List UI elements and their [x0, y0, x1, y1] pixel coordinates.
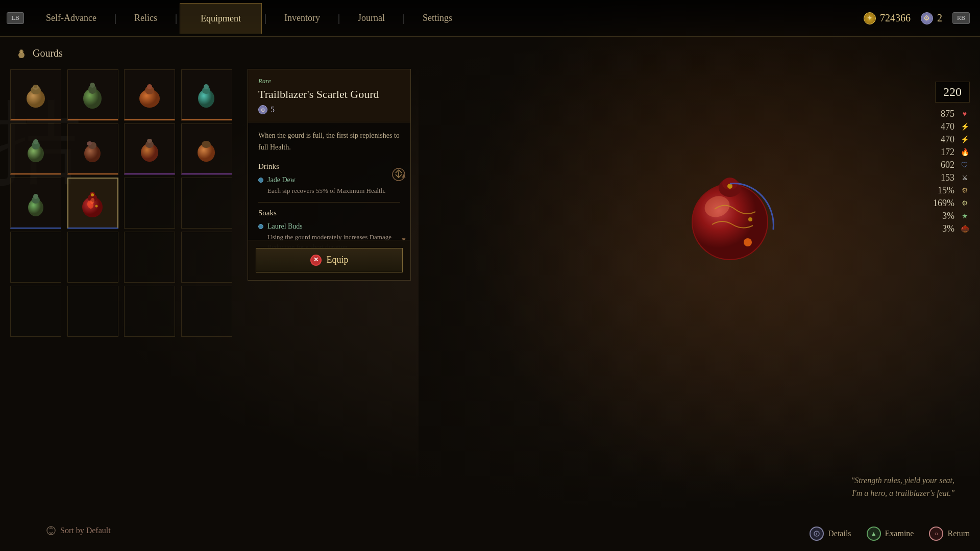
item-slot-16[interactable]: [181, 232, 232, 283]
rarity-label: Rare: [258, 77, 400, 85]
stat-8-value: 169%: [924, 198, 954, 209]
svg-point-6: [748, 217, 752, 221]
stat-5-value: 602: [924, 160, 954, 170]
item-slot-20[interactable]: [181, 286, 232, 337]
currency-gold: ✦ 724366: [864, 12, 911, 24]
top-navigation: LB Self-Advance | Relics | Equipment | I…: [0, 0, 980, 37]
item-slot-13[interactable]: [10, 232, 61, 283]
rb-badge[interactable]: RB: [952, 12, 970, 24]
soaks-section-title: Soaks: [258, 209, 400, 217]
drinks-section-title: Drinks: [258, 162, 400, 171]
item-slot-11[interactable]: [124, 178, 175, 229]
stat-7-value: 15%: [924, 185, 954, 196]
item-slot-7[interactable]: [124, 123, 175, 174]
svg-point-42: [95, 205, 98, 207]
item-slot-17[interactable]: [10, 286, 61, 337]
lb-badge[interactable]: LB: [7, 12, 23, 24]
nav-settings[interactable]: Settings: [407, 3, 468, 34]
stat-3-value: 470: [924, 134, 954, 145]
item-slot-6[interactable]: [67, 123, 118, 174]
item-slot-14[interactable]: [67, 232, 118, 283]
equip-label: Equip: [327, 255, 349, 265]
stat-6-value: 153: [924, 172, 954, 183]
svg-rect-10: [20, 49, 22, 52]
divider-1: [258, 202, 400, 203]
nav-items: Self-Advance | Relics | Equipment | Inve…: [31, 3, 864, 34]
sort-button[interactable]: Sort by Default: [46, 525, 111, 536]
nav-sep-2: |: [173, 12, 180, 24]
item-grid: [10, 69, 235, 337]
quote-container: "Strength rules, yield your seat, I'm a …: [851, 474, 954, 500]
item-slot-3[interactable]: [124, 69, 175, 120]
item-slot-8[interactable]: [181, 123, 232, 174]
scroll-up[interactable]: ▲: [400, 171, 408, 180]
percent-icon-2: ⚙: [960, 198, 970, 209]
svg-point-20: [147, 84, 152, 89]
return-label: Return: [947, 529, 970, 538]
silver-value: 2: [937, 12, 942, 24]
character-area: [419, 0, 980, 551]
health-container: 220: [935, 82, 970, 103]
shield-icon: 🛡: [960, 160, 970, 170]
return-button[interactable]: ○ Return: [929, 527, 970, 541]
bottom-buttons: Details ▲ Examine ○ Return: [810, 527, 970, 541]
stat-row-9: 3% ★: [924, 211, 970, 221]
nav-sep-5: |: [400, 12, 407, 24]
nav-journal[interactable]: Journal: [342, 3, 400, 34]
stat-row-7: 15% ⚙: [924, 185, 970, 196]
svg-point-37: [33, 194, 38, 199]
nav-inventory[interactable]: Inventory: [269, 3, 335, 34]
quote-line-2: I'm a hero, a trailblazer's feat.": [851, 487, 954, 500]
sort-icon: [46, 525, 56, 536]
svg-point-7: [744, 238, 752, 246]
item-slot-5[interactable]: [10, 123, 61, 174]
svg-point-34: [202, 141, 211, 148]
equip-button[interactable]: ✕ Equip: [256, 248, 403, 272]
soak1-dot: [258, 224, 263, 229]
nav-sep-1: |: [112, 12, 119, 24]
details-icon: [810, 527, 824, 541]
item-slot-12[interactable]: [181, 178, 232, 229]
item-slot-4[interactable]: [181, 69, 232, 120]
stat-row-1: 875 ♥: [924, 109, 970, 119]
scroll-controls: ▲: [400, 171, 408, 180]
item-slot-9[interactable]: [10, 178, 61, 229]
item-slot-10-selected[interactable]: [67, 178, 118, 229]
category-title: Gourds: [33, 47, 63, 59]
nav-relics[interactable]: Relics: [119, 3, 173, 34]
character-gourd-item: [674, 153, 786, 265]
category-icon: [15, 47, 28, 59]
svg-point-41: [91, 193, 94, 196]
item-slot-15[interactable]: [124, 232, 175, 283]
item-slot-19[interactable]: [124, 286, 175, 337]
item-slot-18[interactable]: [67, 286, 118, 337]
item-slot-2[interactable]: [67, 69, 118, 120]
details-button[interactable]: Details: [810, 527, 851, 541]
svg-point-5: [727, 184, 732, 189]
item-description: When the gourd is full, the first sip re…: [258, 130, 400, 153]
stat-9-value: 3%: [924, 211, 954, 221]
nav-equipment[interactable]: Equipment: [180, 3, 262, 34]
return-icon: ○: [929, 527, 943, 541]
percent-icon-1: ⚙: [960, 186, 970, 196]
examine-icon: ▲: [867, 527, 881, 541]
svg-point-23: [204, 84, 209, 89]
stat-10-value: 3%: [924, 223, 954, 234]
nav-self-advance[interactable]: Self-Advance: [31, 3, 112, 34]
sword-icon: ⚔: [960, 173, 970, 183]
gold-icon: ✦: [864, 12, 876, 24]
left-panel: Gourds: [0, 37, 245, 551]
examine-button[interactable]: ▲ Examine: [867, 527, 914, 541]
stat-row-5: 602 🛡: [924, 160, 970, 170]
stat-row-10: 3% 🌰: [924, 223, 970, 234]
charge-icon: ⊙: [258, 105, 267, 114]
currency-silver: ⚙ 2: [921, 12, 942, 24]
nav-right: ✦ 724366 ⚙ 2 RB: [864, 12, 980, 24]
svg-point-26: [33, 139, 38, 144]
stat-1-value: 875: [924, 109, 954, 119]
star-icon-2: 🌰: [960, 224, 970, 234]
silver-icon: ⚙: [921, 12, 933, 24]
item-title: Trailblazer's Scarlet Gourd: [258, 88, 400, 101]
item-slot-1[interactable]: [10, 69, 61, 120]
heart-icon: ♥: [960, 109, 970, 119]
